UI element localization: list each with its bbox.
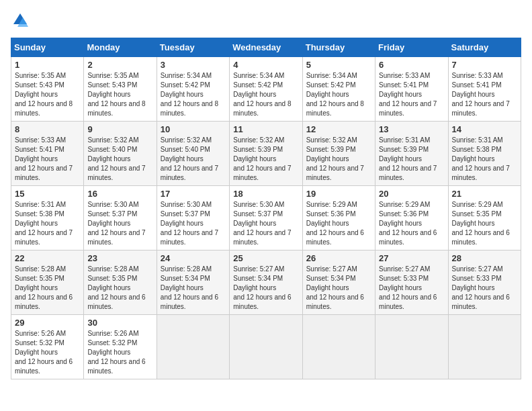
cell-info: Sunrise: 5:34 AMSunset: 5:42 PMDaylight … — [161, 72, 218, 117]
day-number: 6 — [379, 60, 444, 70]
logo — [11, 11, 31, 30]
day-number: 29 — [15, 318, 80, 328]
day-number: 14 — [452, 124, 517, 134]
cell-info: Sunrise: 5:28 AMSunset: 5:35 PMDaylight … — [15, 265, 73, 310]
cell-info: Sunrise: 5:29 AMSunset: 5:36 PMDaylight … — [379, 201, 437, 246]
day-number: 5 — [306, 60, 371, 70]
day-number: 16 — [87, 189, 152, 199]
calendar-week-row: 8Sunrise: 5:33 AMSunset: 5:41 PMDaylight… — [11, 122, 521, 186]
cell-info: Sunrise: 5:31 AMSunset: 5:38 PMDaylight … — [452, 136, 510, 181]
cell-info: Sunrise: 5:29 AMSunset: 5:35 PMDaylight … — [452, 201, 510, 246]
table-row: 25Sunrise: 5:27 AMSunset: 5:34 PMDayligh… — [230, 250, 302, 315]
day-number: 30 — [87, 318, 152, 328]
header-monday: Monday — [84, 38, 157, 57]
table-row: 28Sunrise: 5:27 AMSunset: 5:33 PMDayligh… — [448, 250, 521, 315]
day-number: 11 — [233, 124, 298, 134]
cell-info: Sunrise: 5:34 AMSunset: 5:42 PMDaylight … — [306, 72, 364, 117]
table-row: 9Sunrise: 5:32 AMSunset: 5:40 PMDaylight… — [84, 122, 157, 186]
cell-info: Sunrise: 5:27 AMSunset: 5:34 PMDaylight … — [233, 265, 291, 310]
page-header — [11, 11, 521, 30]
cell-info: Sunrise: 5:28 AMSunset: 5:34 PMDaylight … — [161, 265, 218, 310]
logo-icon — [11, 11, 30, 30]
day-number: 9 — [87, 124, 152, 134]
cell-info: Sunrise: 5:26 AMSunset: 5:32 PMDaylight … — [15, 330, 73, 375]
day-number: 8 — [15, 124, 80, 134]
table-row: 14Sunrise: 5:31 AMSunset: 5:38 PMDayligh… — [448, 122, 521, 186]
table-row: 10Sunrise: 5:32 AMSunset: 5:40 PMDayligh… — [157, 122, 229, 186]
cell-info: Sunrise: 5:35 AMSunset: 5:43 PMDaylight … — [15, 72, 73, 117]
calendar-week-row: 22Sunrise: 5:28 AMSunset: 5:35 PMDayligh… — [11, 250, 521, 315]
table-row: 8Sunrise: 5:33 AMSunset: 5:41 PMDaylight… — [11, 122, 84, 186]
table-row: 24Sunrise: 5:28 AMSunset: 5:34 PMDayligh… — [157, 250, 229, 315]
cell-info: Sunrise: 5:26 AMSunset: 5:32 PMDaylight … — [87, 330, 145, 375]
cell-info: Sunrise: 5:33 AMSunset: 5:41 PMDaylight … — [379, 72, 437, 117]
table-row: 5Sunrise: 5:34 AMSunset: 5:42 PMDaylight… — [302, 57, 375, 122]
table-row: 13Sunrise: 5:31 AMSunset: 5:39 PMDayligh… — [375, 122, 448, 186]
cell-info: Sunrise: 5:32 AMSunset: 5:40 PMDaylight … — [87, 136, 145, 181]
table-row: 17Sunrise: 5:30 AMSunset: 5:37 PMDayligh… — [157, 186, 229, 250]
day-number: 3 — [161, 60, 226, 70]
day-number: 27 — [379, 253, 444, 263]
cell-info: Sunrise: 5:27 AMSunset: 5:33 PMDaylight … — [379, 265, 437, 310]
day-number: 18 — [233, 189, 298, 199]
day-number: 13 — [379, 124, 444, 134]
header-tuesday: Tuesday — [157, 38, 229, 57]
table-row: 23Sunrise: 5:28 AMSunset: 5:35 PMDayligh… — [84, 250, 157, 315]
day-number: 19 — [306, 189, 371, 199]
cell-info: Sunrise: 5:31 AMSunset: 5:39 PMDaylight … — [379, 136, 437, 181]
calendar-week-row: 29Sunrise: 5:26 AMSunset: 5:32 PMDayligh… — [11, 315, 521, 379]
cell-info: Sunrise: 5:27 AMSunset: 5:33 PMDaylight … — [452, 265, 510, 310]
cell-info: Sunrise: 5:35 AMSunset: 5:43 PMDaylight … — [87, 72, 145, 117]
table-row — [302, 315, 375, 379]
cell-info: Sunrise: 5:30 AMSunset: 5:37 PMDaylight … — [233, 201, 291, 246]
table-row — [157, 315, 229, 379]
cell-info: Sunrise: 5:30 AMSunset: 5:37 PMDaylight … — [87, 201, 145, 246]
cell-info: Sunrise: 5:32 AMSunset: 5:39 PMDaylight … — [233, 136, 291, 181]
header-friday: Friday — [375, 38, 448, 57]
day-number: 21 — [452, 189, 517, 199]
cell-info: Sunrise: 5:32 AMSunset: 5:40 PMDaylight … — [161, 136, 218, 181]
table-row: 15Sunrise: 5:31 AMSunset: 5:38 PMDayligh… — [11, 186, 84, 250]
calendar-week-row: 15Sunrise: 5:31 AMSunset: 5:38 PMDayligh… — [11, 186, 521, 250]
table-row — [375, 315, 448, 379]
table-row: 19Sunrise: 5:29 AMSunset: 5:36 PMDayligh… — [302, 186, 375, 250]
table-row: 16Sunrise: 5:30 AMSunset: 5:37 PMDayligh… — [84, 186, 157, 250]
cell-info: Sunrise: 5:33 AMSunset: 5:41 PMDaylight … — [15, 136, 73, 181]
calendar-week-row: 1Sunrise: 5:35 AMSunset: 5:43 PMDaylight… — [11, 57, 521, 122]
table-row: 26Sunrise: 5:27 AMSunset: 5:34 PMDayligh… — [302, 250, 375, 315]
table-row: 11Sunrise: 5:32 AMSunset: 5:39 PMDayligh… — [230, 122, 302, 186]
cell-info: Sunrise: 5:29 AMSunset: 5:36 PMDaylight … — [306, 201, 364, 246]
table-row: 20Sunrise: 5:29 AMSunset: 5:36 PMDayligh… — [375, 186, 448, 250]
day-number: 22 — [15, 253, 80, 263]
table-row: 18Sunrise: 5:30 AMSunset: 5:37 PMDayligh… — [230, 186, 302, 250]
calendar-body: 1Sunrise: 5:35 AMSunset: 5:43 PMDaylight… — [11, 57, 521, 379]
table-row: 12Sunrise: 5:32 AMSunset: 5:39 PMDayligh… — [302, 122, 375, 186]
table-row: 2Sunrise: 5:35 AMSunset: 5:43 PMDaylight… — [84, 57, 157, 122]
header-sunday: Sunday — [11, 38, 84, 57]
day-number: 17 — [161, 189, 226, 199]
cell-info: Sunrise: 5:34 AMSunset: 5:42 PMDaylight … — [233, 72, 291, 117]
table-row: 1Sunrise: 5:35 AMSunset: 5:43 PMDaylight… — [11, 57, 84, 122]
cell-info: Sunrise: 5:31 AMSunset: 5:38 PMDaylight … — [15, 201, 73, 246]
day-number: 25 — [233, 253, 298, 263]
day-number: 28 — [452, 253, 517, 263]
day-number: 24 — [161, 253, 226, 263]
table-row: 22Sunrise: 5:28 AMSunset: 5:35 PMDayligh… — [11, 250, 84, 315]
day-number: 26 — [306, 253, 371, 263]
day-number: 10 — [161, 124, 226, 134]
day-number: 12 — [306, 124, 371, 134]
cell-info: Sunrise: 5:28 AMSunset: 5:35 PMDaylight … — [87, 265, 145, 310]
day-number: 4 — [233, 60, 298, 70]
day-number: 15 — [15, 189, 80, 199]
table-row: 6Sunrise: 5:33 AMSunset: 5:41 PMDaylight… — [375, 57, 448, 122]
day-number: 23 — [87, 253, 152, 263]
calendar-table: Sunday Monday Tuesday Wednesday Thursday… — [11, 38, 521, 379]
day-number: 2 — [87, 60, 152, 70]
day-number: 7 — [452, 60, 517, 70]
cell-info: Sunrise: 5:33 AMSunset: 5:41 PMDaylight … — [452, 72, 510, 117]
cell-info: Sunrise: 5:30 AMSunset: 5:37 PMDaylight … — [161, 201, 218, 246]
header-thursday: Thursday — [302, 38, 375, 57]
table-row: 3Sunrise: 5:34 AMSunset: 5:42 PMDaylight… — [157, 57, 229, 122]
calendar-header-row: Sunday Monday Tuesday Wednesday Thursday… — [11, 38, 521, 57]
day-number: 20 — [379, 189, 444, 199]
